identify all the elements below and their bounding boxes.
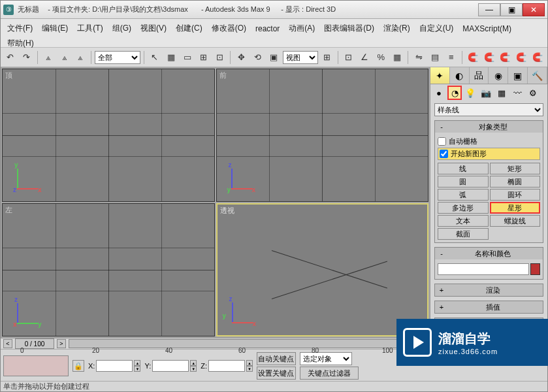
percent-snap-button[interactable]: % [374,50,388,65]
object-name-input[interactable] [438,263,529,275]
auto-key-button[interactable]: 自动关键点 [257,352,296,365]
minimize-button[interactable]: — [478,3,500,16]
align-button[interactable]: ▤ [428,50,442,65]
menu-tools[interactable]: 工具(T) [76,22,104,35]
select-button[interactable]: ↖ [148,50,162,65]
donut-button[interactable]: 圆环 [490,189,541,201]
command-panel: ✦ ◐ 品 ◉ ▣ 🔨 ● ◔ 💡 📷 ▦ 〰 ⚙ 样条线 -对象类型 [430,67,547,338]
shapes-subtab[interactable]: ◔ [447,86,462,100]
select-region-button[interactable]: ▭ [180,50,195,65]
lock-selection-button[interactable]: 🔒 [73,360,84,372]
menu-file[interactable]: 文件(F) [6,22,34,35]
line-button[interactable]: 线 [438,163,489,174]
window-crossing-button[interactable]: ⊞ [197,50,211,65]
set-key-button[interactable]: 设置关键点 [257,367,296,380]
menu-animation[interactable]: 动画(A) [287,22,316,35]
spacewarps-subtab[interactable]: 〰 [510,86,524,100]
viewport-front[interactable]: 前 z x y [216,69,429,202]
x-input[interactable] [96,360,133,372]
ngon-button[interactable]: 多边形 [438,202,489,214]
y-spinner[interactable]: ▲▼ [190,360,197,372]
auto-grid-checkbox[interactable] [438,137,446,146]
helix-button[interactable]: 螺旋线 [490,215,541,227]
hierarchy-tab[interactable]: 品 [470,67,489,84]
object-color-swatch[interactable] [530,263,540,275]
viewport-top[interactable]: 顶 y x z [2,69,215,202]
display-tab[interactable]: ▣ [508,67,528,84]
link-button[interactable]: ⟁ [41,50,56,65]
menubar: 文件(F) 编辑(E) 工具(T) 组(G) 视图(V) 创建(C) 修改器(O… [1,19,547,48]
menu-reactor[interactable]: reactor [254,23,281,35]
move-button[interactable]: ✥ [234,50,248,65]
menu-group[interactable]: 组(G) [111,22,133,35]
snap-button[interactable]: ⊡ [342,50,356,65]
modify-tab[interactable]: ◐ [450,67,470,84]
rollout-title: 渲染 [445,286,540,295]
menu-render[interactable]: 渲染(R) [382,22,411,35]
menu-edit[interactable]: 编辑(E) [40,22,69,35]
unlink-button[interactable]: ⟁ [57,50,72,65]
maximize-button[interactable]: ▣ [500,3,523,16]
center-pivot-button[interactable]: ⊞ [320,50,334,65]
scale-button[interactable]: ▣ [266,50,281,65]
section-button[interactable]: 截面 [438,228,489,240]
interpolation-rollout[interactable]: +插值 [434,301,543,314]
render-rollout[interactable]: +渲染 [434,284,543,297]
text-button[interactable]: 文本 [438,215,489,227]
name-color-rollout: -名称和颜色 [434,247,543,280]
menu-modifiers[interactable]: 修改器(O) [210,22,248,35]
close-button[interactable]: ✕ [523,3,545,16]
geometry-subtab[interactable]: ● [432,86,446,100]
menu-views[interactable]: 视图(V) [139,22,168,35]
y-input[interactable] [152,360,189,372]
lights-subtab[interactable]: 💡 [463,86,477,100]
motion-tab[interactable]: ◉ [489,67,508,84]
x-spinner[interactable]: ▲▼ [134,360,140,372]
magnet2-button[interactable]: 🧲 [482,50,496,65]
angle-snap-button[interactable]: ∠ [357,50,372,65]
start-new-shape-label: 开始新图形 [451,149,487,159]
key-selection-filter[interactable]: 选定对象 [300,352,352,365]
menu-graph-editors[interactable]: 图表编辑器(D) [323,22,376,35]
circle-button[interactable]: 圆 [438,176,489,188]
main-toolbar: ↶ ↷ ⟁ ⟁ ⟁ 全部 ↖ ▦ ▭ ⊞ ⊡ ✥ ⟲ ▣ 视图 ⊞ ⊡ ∠ % … [1,48,547,67]
redo-button[interactable]: ↷ [20,50,34,65]
key-filter-button[interactable]: 关键点过滤器 [300,367,359,380]
start-new-shape-checkbox[interactable] [440,150,448,158]
spinner-snap-button[interactable]: ▦ [390,50,404,65]
systems-subtab[interactable]: ⚙ [526,86,540,100]
bind-space-warp-button[interactable]: ⟁ [74,50,88,65]
rectangle-button[interactable]: 矩形 [490,163,541,174]
timeslider-prev-button[interactable]: < [3,339,12,348]
magnet3-button[interactable]: 🧲 [498,50,512,65]
layer-button[interactable]: ≡ [444,50,459,65]
cameras-subtab[interactable]: 📷 [479,86,493,100]
menu-maxscript[interactable]: MAXScript(M) [461,23,513,35]
undo-button[interactable]: ↶ [3,50,18,65]
menu-create[interactable]: 创建(C) [174,22,204,35]
mirror-button[interactable]: ⇋ [411,50,426,65]
star-button[interactable]: 星形 [490,202,541,214]
category-select[interactable]: 样条线 [434,103,543,116]
timeslider-next-button[interactable]: > [57,339,66,348]
z-input[interactable] [208,360,245,372]
utilities-tab[interactable]: 🔨 [528,67,547,84]
ellipse-button[interactable]: 椭圆 [490,176,541,188]
magnet4-button[interactable]: 🧲 [514,50,528,65]
arc-button[interactable]: 弧 [438,189,489,201]
rotate-button[interactable]: ⟲ [250,50,265,65]
viewport-left[interactable]: 左 z y x [2,203,215,336]
selection-filter-select[interactable]: 全部 [95,51,140,64]
z-spinner[interactable]: ▲▼ [246,360,253,372]
paint-select-button[interactable]: ⊡ [212,50,227,65]
select-by-name-button[interactable]: ▦ [164,50,178,65]
create-tab[interactable]: ✦ [430,67,450,84]
magnet1-button[interactable]: 🧲 [466,50,480,65]
viewport-perspective[interactable]: 透视 z x y [216,203,429,336]
x-label: X: [88,362,95,370]
menu-customize[interactable]: 自定义(U) [418,22,455,35]
ref-coord-select[interactable]: 视图 [283,51,318,64]
helpers-subtab[interactable]: ▦ [494,86,509,100]
window-title: 无标题 - 项目文件夹: D:\用户目录\我的文档\3dsmax - Autod… [18,5,478,14]
magnet5-button[interactable]: 🧲 [530,50,545,65]
